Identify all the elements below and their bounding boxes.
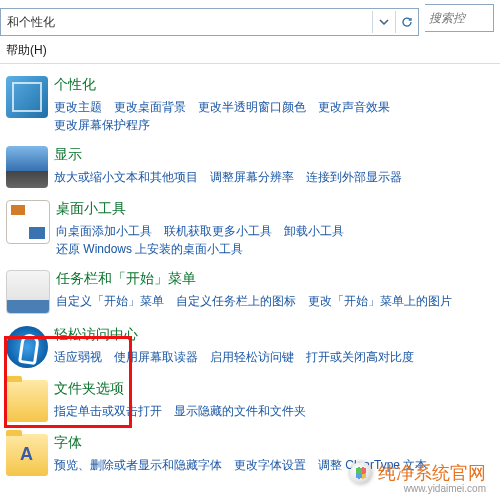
watermark-url: www.yidaimei.com bbox=[350, 483, 486, 494]
link-low-vision[interactable]: 适应弱视 bbox=[54, 348, 102, 366]
link-change-screensaver[interactable]: 更改屏幕保护程序 bbox=[54, 116, 150, 134]
display-icon bbox=[6, 146, 48, 188]
taskbar-icon bbox=[6, 270, 50, 314]
watermark: 纯净系统官网 www.yidaimei.com bbox=[350, 461, 486, 494]
address-bar-path: 和个性化 bbox=[1, 14, 372, 31]
section-taskbar: 任务栏和「开始」菜单 自定义「开始」菜单 自定义任务栏上的图标 更改「开始」菜单… bbox=[6, 264, 500, 320]
ease-of-access-icon bbox=[6, 326, 48, 368]
link-change-window-color[interactable]: 更改半透明窗口颜色 bbox=[198, 98, 306, 116]
search-input[interactable]: 搜索控 bbox=[425, 4, 494, 32]
folder-options-icon bbox=[6, 380, 48, 422]
link-more-gadgets[interactable]: 联机获取更多小工具 bbox=[164, 222, 272, 240]
section-display: 显示 放大或缩小文本和其他项目 调整屏幕分辨率 连接到外部显示器 bbox=[6, 140, 500, 194]
link-ease-keys[interactable]: 启用轻松访问键 bbox=[210, 348, 294, 366]
menu-bar: 帮助(H) bbox=[0, 38, 500, 64]
section-title[interactable]: 轻松访问中心 bbox=[54, 326, 500, 344]
section-ease-of-access: 轻松访问中心 适应弱视 使用屏幕取读器 启用轻松访问键 打开或关闭高对比度 bbox=[6, 320, 500, 374]
link-click-open[interactable]: 指定单击或双击打开 bbox=[54, 402, 162, 420]
link-change-theme[interactable]: 更改主题 bbox=[54, 98, 102, 116]
link-change-sounds[interactable]: 更改声音效果 bbox=[318, 98, 390, 116]
section-title[interactable]: 显示 bbox=[54, 146, 500, 164]
link-uninstall-gadget[interactable]: 卸载小工具 bbox=[284, 222, 344, 240]
link-screen-reader[interactable]: 使用屏幕取读器 bbox=[114, 348, 198, 366]
search-placeholder: 搜索控 bbox=[429, 10, 465, 27]
section-title[interactable]: 任务栏和「开始」菜单 bbox=[56, 270, 500, 288]
link-high-contrast[interactable]: 打开或关闭高对比度 bbox=[306, 348, 414, 366]
link-restore-gadgets[interactable]: 还原 Windows 上安装的桌面小工具 bbox=[56, 240, 243, 258]
address-bar[interactable]: 和个性化 bbox=[0, 8, 419, 36]
section-title[interactable]: 个性化 bbox=[54, 76, 500, 94]
link-custom-taskbar-icons[interactable]: 自定义任务栏上的图标 bbox=[176, 292, 296, 310]
watermark-icon bbox=[350, 462, 372, 484]
section-gadgets: 桌面小工具 向桌面添加小工具 联机获取更多小工具 卸载小工具 还原 Window… bbox=[6, 194, 500, 264]
section-folder-options: 文件夹选项 指定单击或双击打开 显示隐藏的文件和文件夹 bbox=[6, 374, 500, 428]
personalization-icon bbox=[6, 76, 48, 118]
link-add-gadget[interactable]: 向桌面添加小工具 bbox=[56, 222, 152, 240]
link-text-size[interactable]: 放大或缩小文本和其他项目 bbox=[54, 168, 198, 186]
section-title[interactable]: 字体 bbox=[54, 434, 500, 452]
fonts-icon bbox=[6, 434, 48, 476]
watermark-text: 纯净系统官网 bbox=[378, 461, 486, 485]
link-change-desktop-bg[interactable]: 更改桌面背景 bbox=[114, 98, 186, 116]
link-change-start-pic[interactable]: 更改「开始」菜单上的图片 bbox=[308, 292, 452, 310]
menu-help[interactable]: 帮助(H) bbox=[6, 43, 47, 57]
link-manage-fonts[interactable]: 预览、删除或者显示和隐藏字体 bbox=[54, 456, 222, 474]
section-title[interactable]: 文件夹选项 bbox=[54, 380, 500, 398]
section-personalization: 个性化 更改主题 更改桌面背景 更改半透明窗口颜色 更改声音效果 更改屏幕保护程… bbox=[6, 70, 500, 140]
link-custom-start[interactable]: 自定义「开始」菜单 bbox=[56, 292, 164, 310]
link-show-hidden[interactable]: 显示隐藏的文件和文件夹 bbox=[174, 402, 306, 420]
section-title[interactable]: 桌面小工具 bbox=[56, 200, 500, 218]
link-resolution[interactable]: 调整屏幕分辨率 bbox=[210, 168, 294, 186]
link-font-settings[interactable]: 更改字体设置 bbox=[234, 456, 306, 474]
gadgets-icon bbox=[6, 200, 50, 244]
link-external-display[interactable]: 连接到外部显示器 bbox=[306, 168, 402, 186]
content-panel: 个性化 更改主题 更改桌面背景 更改半透明窗口颜色 更改声音效果 更改屏幕保护程… bbox=[0, 64, 500, 482]
address-dropdown-icon[interactable] bbox=[372, 11, 395, 33]
refresh-icon[interactable] bbox=[395, 11, 418, 33]
